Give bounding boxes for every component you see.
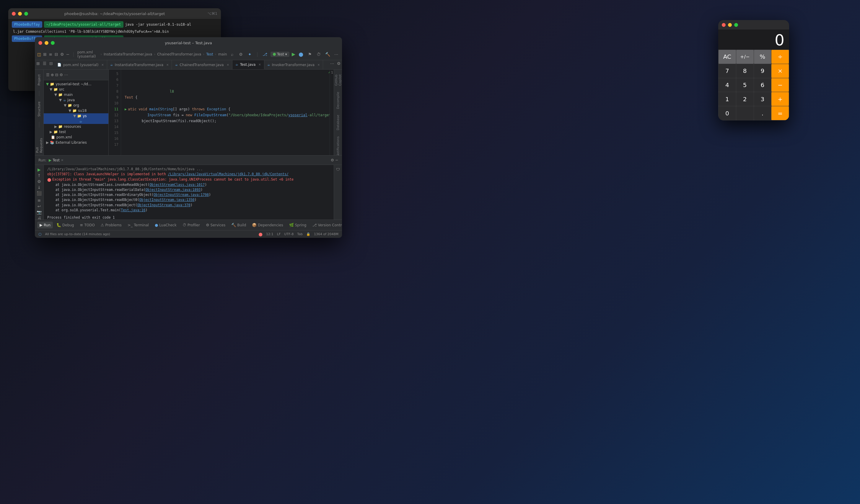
run-settings-icon[interactable]: ⚙: [330, 158, 334, 162]
tree-src[interactable]: ▼ 📁 src: [44, 87, 109, 92]
calc-btn-1[interactable]: 1: [718, 92, 736, 106]
run-stack-link-6[interactable]: Test.java:16: [121, 208, 145, 212]
run-config[interactable]: Test ▾: [271, 51, 289, 57]
tree-java[interactable]: ▼ ☕ java: [44, 98, 109, 103]
terminal-close-btn[interactable]: [12, 12, 16, 16]
tree-ys[interactable]: ▼ 📁 ys: [44, 113, 109, 119]
tab-chained-close[interactable]: ×: [227, 63, 229, 66]
tabs-more-btn[interactable]: ⋯: [329, 60, 335, 67]
calc-btn-equals[interactable]: =: [771, 106, 789, 120]
calc-btn-dot[interactable]: .: [754, 106, 771, 120]
toolbar-coverage-btn[interactable]: ⚑: [306, 51, 313, 58]
tab-invoker[interactable]: ☕ InvokerTransformer.java ×: [264, 60, 324, 69]
toolbar-vcs-btn[interactable]: ⎇: [262, 51, 268, 58]
toolbar-build-btn[interactable]: 🔨: [324, 51, 331, 58]
bottom-tab-vcs[interactable]: ⎇ Version Control: [310, 222, 342, 228]
tree-file[interactable]: ☕: [44, 119, 109, 124]
calc-btn-ac[interactable]: AC: [718, 50, 736, 64]
calc-btn-3[interactable]: 3: [754, 92, 771, 106]
right-label-notifications[interactable]: Notifications: [335, 134, 341, 155]
run-shield-icon[interactable]: 🛡: [336, 167, 340, 172]
run-wrap-btn[interactable]: ↩: [38, 204, 41, 209]
run-stop-btn[interactable]: ⬛: [37, 191, 42, 196]
bottom-tab-run[interactable]: ▶ Run: [37, 222, 53, 228]
tree-org[interactable]: ▼ 📁 org: [44, 103, 109, 108]
toolbar-profile-btn[interactable]: ⏱: [315, 51, 322, 58]
tabs-settings3-btn[interactable]: ⚙: [335, 60, 342, 67]
calc-btn-6[interactable]: 6: [754, 78, 771, 92]
status-encoding[interactable]: LF: [277, 232, 281, 236]
calc-btn-multiply[interactable]: ×: [771, 64, 789, 78]
run-stack-link-4[interactable]: ObjectInputStream.java:1350: [139, 198, 195, 202]
tree-external[interactable]: ▶ 📚 External Libraries: [44, 140, 109, 145]
toolbar-nav-btn[interactable]: ≡: [49, 51, 53, 58]
bottom-tab-spring[interactable]: 🌿 Spring: [287, 222, 309, 228]
calc-btn-7[interactable]: 7: [718, 64, 736, 78]
calc-btn-4[interactable]: 4: [718, 78, 736, 92]
calc-maximize-btn[interactable]: [734, 23, 738, 27]
structure-label[interactable]: Structure: [37, 99, 42, 119]
terminal-minimize-btn[interactable]: [18, 12, 22, 16]
right-label-decompile[interactable]: Decompile: [335, 89, 341, 112]
run-stack-link-2[interactable]: ObjectInputStream.java:1893: [145, 188, 201, 192]
calc-btn-divide[interactable]: ÷: [771, 50, 789, 64]
status-indent[interactable]: Tab: [297, 232, 303, 236]
status-vcs-icon[interactable]: ⬡: [38, 232, 41, 236]
tree-su18[interactable]: ▼ 📁 su18: [44, 108, 109, 113]
run-close-icon[interactable]: −: [335, 158, 339, 162]
run-tab-close[interactable]: ×: [61, 158, 63, 162]
toolbar-settings-btn[interactable]: ⚙: [60, 51, 64, 58]
tree-project-root[interactable]: ▼ 📁 ysuserial-test ~/Id...: [44, 81, 109, 87]
calc-btn-plus[interactable]: +: [771, 92, 789, 106]
tab-instantiate[interactable]: ☕ InstantiateTransformer.java ×: [107, 60, 172, 69]
tabs-layout-btn[interactable]: ⊞: [35, 60, 41, 67]
run-stack-link-1[interactable]: ObjectStreamClass.java:1017: [149, 183, 205, 187]
run-panel-tab[interactable]: ▶ Test ×: [49, 158, 63, 162]
idea-minimize-btn[interactable]: [45, 41, 48, 45]
tab-pom-xml[interactable]: 📄 pom.xml (ysuserial) ×: [54, 60, 107, 69]
run-print-btn[interactable]: 🖨: [37, 216, 41, 220]
run-button[interactable]: ▶: [292, 51, 295, 57]
toolbar-structure-btn[interactable]: ⊞: [43, 51, 47, 58]
calc-btn-sign[interactable]: +/−: [736, 50, 754, 64]
bottom-tab-dependencies[interactable]: 📦 Dependencies: [249, 222, 285, 228]
idea-close-btn[interactable]: [38, 41, 42, 45]
run-error-link-1[interactable]: /Library/Java/JavaVirtualMachines/jdk1.7…: [168, 172, 289, 176]
calc-btn-percent[interactable]: %: [754, 50, 771, 64]
run-filter-btn[interactable]: ≡: [38, 198, 41, 203]
tree-resources[interactable]: ▶ 📁 resources: [44, 124, 109, 129]
tab-test[interactable]: ☕ Test.java ×: [232, 60, 264, 69]
toolbar-minus-btn[interactable]: −: [66, 51, 70, 58]
calc-minimize-btn[interactable]: [728, 23, 732, 27]
run-down-btn[interactable]: ↓: [38, 185, 41, 190]
status-position[interactable]: 12:1: [266, 232, 273, 236]
run-rerun-btn[interactable]: ▶: [38, 167, 41, 172]
tab-chained[interactable]: ☕ ChainedTransformer.java ×: [172, 60, 232, 69]
run-stack-link-3[interactable]: ObjectInputStream.java:1798: [154, 193, 209, 197]
tab-test-close[interactable]: ×: [258, 63, 261, 66]
calc-btn-2[interactable]: 2: [736, 92, 754, 106]
bottom-tab-problems[interactable]: ⚠ Problems: [98, 222, 124, 228]
bottom-tab-profiler[interactable]: ⏱ Profiler: [180, 222, 202, 228]
toolbar-more-btn[interactable]: ⋯: [333, 51, 340, 58]
calc-btn-0[interactable]: 0: [718, 106, 736, 120]
status-charset[interactable]: UTF-8: [284, 232, 293, 236]
toolbar-copilot-btn[interactable]: ✦: [247, 51, 253, 58]
toolbar-nav2-btn[interactable]: ⊟: [54, 51, 58, 58]
tree-test[interactable]: ▶ 📁 test: [44, 129, 109, 135]
toolbar-debug-btn[interactable]: ⬤: [298, 51, 304, 58]
toolbar-project-btn[interactable]: ◫: [37, 51, 41, 58]
calc-btn-5[interactable]: 5: [736, 78, 754, 92]
right-label-copilot[interactable]: GitHub Copilot: [333, 72, 342, 88]
tab-invoker-close[interactable]: ×: [317, 63, 320, 66]
run-camera-btn[interactable]: 📷: [37, 210, 42, 214]
toolbar-settings2-btn[interactable]: ⚙: [238, 51, 244, 58]
tabs-list-btn[interactable]: ☰: [41, 60, 48, 67]
terminal-maximize-btn[interactable]: [24, 12, 28, 16]
tab-instantiate-close[interactable]: ×: [166, 63, 169, 66]
calc-btn-minus[interactable]: −: [771, 78, 789, 92]
bottom-tab-debug[interactable]: 🐛 Debug: [54, 222, 76, 228]
tree-main[interactable]: ▼ 📁 main: [44, 92, 109, 98]
calc-btn-9[interactable]: 9: [754, 64, 771, 78]
run-stack-link-5[interactable]: ObjectInputStream.java:370: [137, 203, 190, 207]
